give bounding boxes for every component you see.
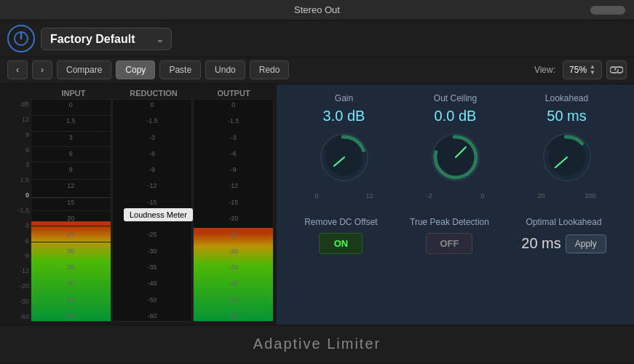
true-peak-toggle[interactable]: OFF <box>426 233 472 254</box>
lookahead-knob[interactable] <box>538 128 596 186</box>
lookahead-min: 20 <box>538 192 545 199</box>
true-peak-group: True Peak Detection OFF <box>410 217 489 254</box>
gain-label: Gain <box>335 93 353 103</box>
gain-knob[interactable] <box>315 128 373 186</box>
window-title: Stereo Out <box>294 4 340 15</box>
input-label: INPUT <box>33 89 114 98</box>
reduction-meter: 0 -1.5 -3 -6 -9 -12 -15 -20 -25 -30 -35 … <box>112 99 193 322</box>
db-n30: -30 <box>3 298 29 305</box>
db-n1p5: -1.5 <box>3 207 29 214</box>
back-button[interactable]: ‹ <box>7 60 28 79</box>
reduction-values: 0 -1.5 -3 -6 -9 -12 -15 -20 -25 -30 -35 … <box>113 100 192 321</box>
bottom-bar: Adaptive Limiter <box>0 325 634 363</box>
preset-bar: Factory Default <box>0 20 634 58</box>
lookahead-knob-group: Lookahead 50 ms 20 200 <box>538 93 596 199</box>
db-n3: -3 <box>3 222 29 229</box>
right-panel: Gain 3.0 dB 0 12 Out Ceiling <box>277 84 634 325</box>
optimal-lookahead-label: Optimal Lookahead <box>526 217 602 229</box>
db-3: 3 <box>3 161 29 168</box>
toolbar: ‹ › Compare Copy Paste Undo Redo View: 7… <box>0 58 634 84</box>
db-1p5: 1.5 <box>3 176 29 183</box>
meter-columns: 0 1.5 3 6 9 12 15 20 25 30 35 40 50 60 <box>31 99 274 322</box>
preset-wrapper[interactable]: Factory Default <box>41 28 172 50</box>
gain-scale: 0 12 <box>315 192 373 199</box>
db-0: 0 <box>3 191 29 199</box>
db-scale: dB 12 9 6 3 1.5 0 -1.5 -3 -6 -9 -12 -20 … <box>3 99 31 322</box>
bottom-controls-row: Remove DC Offset ON True Peak Detection … <box>288 217 622 254</box>
db-n6: -6 <box>3 237 29 245</box>
power-button[interactable] <box>7 25 35 52</box>
db-n12: -12 <box>3 267 29 274</box>
knobs-row: Gain 3.0 dB 0 12 Out Ceiling <box>288 93 622 199</box>
lookahead-label: Lookahead <box>545 93 588 103</box>
dc-offset-label: Remove DC Offset <box>304 217 377 229</box>
forward-button[interactable]: › <box>32 60 52 79</box>
paste-button[interactable]: Paste <box>159 60 201 79</box>
db-n60: -60 <box>3 313 29 320</box>
gain-value: 3.0 dB <box>323 108 365 124</box>
output-meter: 0 -1.5 -3 -6 -9 -12 -15 -20 -25 -30 -35 … <box>193 99 274 322</box>
copy-button[interactable]: Copy <box>116 60 155 79</box>
out-ceiling-min: -2 <box>427 192 432 199</box>
db-12: 12 <box>3 116 29 123</box>
meter-header: INPUT REDUCTION OUTPUT <box>0 84 277 99</box>
db-label: dB <box>3 100 29 108</box>
view-control[interactable]: 75% ▲ ▼ <box>563 60 602 79</box>
out-ceiling-value: 0.0 dB <box>435 108 477 124</box>
optimal-lookahead-row: 20 ms Apply <box>521 234 606 253</box>
out-ceiling-knob-group: Out Ceiling 0.0 dB -2 0 <box>427 93 485 199</box>
window-resize-button[interactable] <box>590 6 625 15</box>
gain-max: 12 <box>365 192 373 199</box>
title-bar: Stereo Out <box>0 0 634 20</box>
view-value: 75% <box>569 65 587 75</box>
main-content: INPUT REDUCTION OUTPUT Loudness Meter dB… <box>0 84 634 325</box>
reduction-label: REDUCTION <box>114 89 194 98</box>
lookahead-max: 200 <box>585 192 595 199</box>
apply-button[interactable]: Apply <box>566 234 606 253</box>
link-icon <box>610 65 623 75</box>
lookahead-scale: 20 200 <box>538 192 596 199</box>
output-values: 0 -1.5 -3 -6 -9 -12 -15 -20 -25 -30 -35 … <box>194 100 273 321</box>
input-values: 0 1.5 3 6 9 12 15 20 25 30 35 40 50 60 <box>31 100 111 321</box>
compare-button[interactable]: Compare <box>57 60 111 79</box>
gain-min: 0 <box>315 192 319 199</box>
redo-button[interactable]: Redo <box>250 60 290 79</box>
db-n9: -9 <box>3 252 29 259</box>
true-peak-label: True Peak Detection <box>410 217 489 229</box>
meter-section: INPUT REDUCTION OUTPUT Loudness Meter dB… <box>0 84 277 325</box>
output-label: OUTPUT <box>194 89 274 98</box>
db-6: 6 <box>3 146 29 154</box>
optimal-lookahead-group: Optimal Lookahead 20 ms Apply <box>521 217 606 253</box>
view-arrows[interactable]: ▲ ▼ <box>590 64 595 76</box>
link-button[interactable] <box>606 60 627 79</box>
lookahead-value: 50 ms <box>547 108 586 124</box>
meter-grid: dB 12 9 6 3 1.5 0 -1.5 -3 -6 -9 -12 -20 … <box>0 99 277 325</box>
undo-button[interactable]: Undo <box>205 60 245 79</box>
plugin-name: Adaptive Limiter <box>253 336 381 352</box>
input-meter: 0 1.5 3 6 9 12 15 20 25 30 35 40 50 60 <box>31 99 111 322</box>
dc-offset-toggle[interactable]: ON <box>319 233 362 254</box>
power-icon <box>13 31 29 47</box>
preset-dropdown[interactable]: Factory Default <box>41 28 172 50</box>
view-label: View: <box>534 65 555 75</box>
gain-knob-group: Gain 3.0 dB 0 12 <box>315 93 373 199</box>
out-ceiling-scale: -2 0 <box>427 192 485 199</box>
optimal-lookahead-value: 20 ms <box>521 235 560 252</box>
db-n20: -20 <box>3 282 29 290</box>
db-9: 9 <box>3 131 29 138</box>
dc-offset-group: Remove DC Offset ON <box>304 217 377 254</box>
out-ceiling-label: Out Ceiling <box>434 93 477 103</box>
out-ceiling-knob[interactable] <box>427 128 485 186</box>
out-ceiling-max: 0 <box>480 192 484 199</box>
